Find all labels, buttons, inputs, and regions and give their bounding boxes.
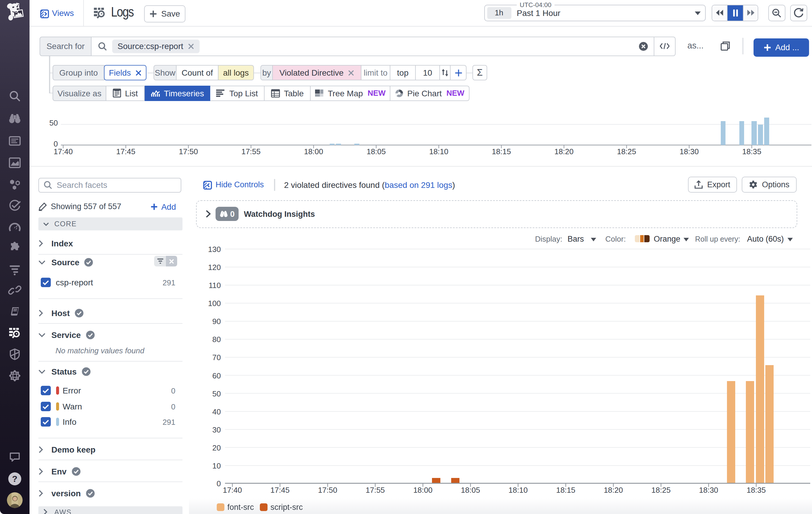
svg-text:18:20: 18:20 — [554, 147, 573, 156]
svg-text:17:55: 17:55 — [366, 486, 385, 494]
svg-text:70: 70 — [212, 353, 221, 362]
svg-text:17:40: 17:40 — [223, 486, 242, 494]
svg-text:60: 60 — [212, 371, 221, 380]
svg-text:18:35: 18:35 — [747, 486, 766, 494]
svg-text:18:35: 18:35 — [742, 147, 761, 156]
svg-text:17:55: 17:55 — [241, 147, 260, 156]
svg-text:18:10: 18:10 — [509, 486, 528, 494]
svg-text:80: 80 — [212, 335, 221, 344]
svg-text:0: 0 — [217, 479, 221, 488]
svg-text:18:00: 18:00 — [304, 147, 323, 156]
svg-text:50: 50 — [49, 118, 58, 127]
svg-text:18:25: 18:25 — [617, 147, 636, 156]
svg-text:18:15: 18:15 — [556, 486, 575, 494]
svg-text:110: 110 — [209, 281, 221, 290]
svg-text:18:05: 18:05 — [461, 486, 480, 494]
svg-text:18:30: 18:30 — [699, 486, 718, 494]
svg-text:18:25: 18:25 — [651, 486, 671, 494]
svg-text:30: 30 — [212, 425, 221, 434]
svg-text:18:05: 18:05 — [367, 147, 386, 156]
svg-text:50: 50 — [212, 389, 221, 398]
svg-text:100: 100 — [208, 299, 221, 308]
svg-text:120: 120 — [208, 263, 221, 272]
svg-text:18:00: 18:00 — [413, 486, 433, 494]
svg-text:130: 130 — [208, 245, 221, 254]
svg-text:10: 10 — [212, 461, 221, 470]
svg-text:17:50: 17:50 — [179, 147, 198, 156]
svg-text:?: ? — [12, 474, 18, 484]
svg-text:90: 90 — [212, 317, 221, 326]
svg-text:17:45: 17:45 — [116, 147, 135, 156]
svg-text:18:10: 18:10 — [429, 147, 448, 156]
svg-text:20: 20 — [212, 444, 221, 452]
svg-text:18:15: 18:15 — [492, 147, 511, 156]
svg-text:17:45: 17:45 — [270, 486, 290, 494]
svg-text:18:30: 18:30 — [679, 147, 699, 156]
svg-text:17:50: 17:50 — [318, 486, 337, 494]
svg-text:40: 40 — [212, 407, 221, 416]
svg-text:17:40: 17:40 — [53, 147, 72, 156]
svg-text:18:20: 18:20 — [604, 486, 623, 494]
